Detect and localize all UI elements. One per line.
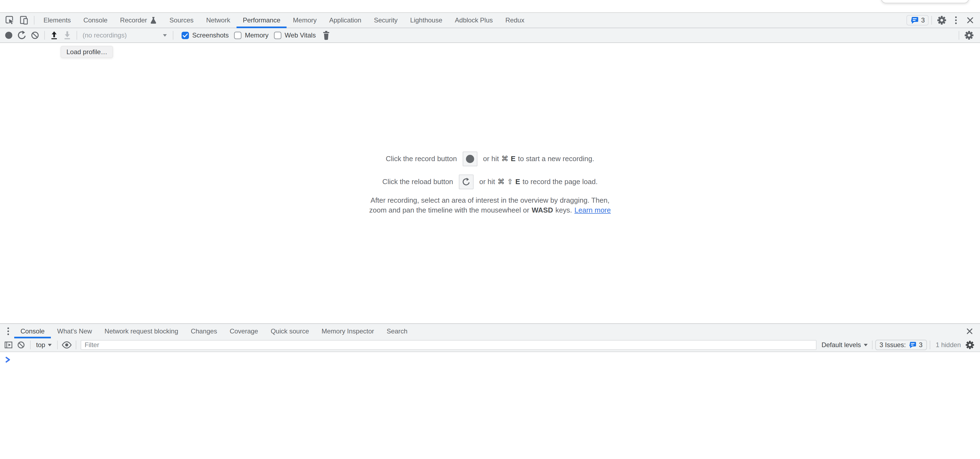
eye-icon	[62, 341, 72, 349]
create-live-expression-button[interactable]	[60, 338, 73, 352]
device-toolbar-button[interactable]	[17, 13, 31, 27]
divider	[57, 341, 58, 349]
drawer-menu-button[interactable]	[2, 324, 14, 338]
divider	[34, 16, 35, 25]
record-icon	[5, 32, 12, 39]
chevron-down-icon	[163, 34, 167, 37]
tab-sources[interactable]: Sources	[163, 13, 200, 28]
tab-network[interactable]: Network	[200, 13, 237, 28]
divider	[930, 341, 930, 349]
clear-recording-button[interactable]	[29, 29, 41, 42]
log-levels-selector[interactable]: Default levels	[821, 341, 867, 349]
record-button-illustration	[463, 151, 477, 166]
cmd-key: ⌘	[497, 177, 504, 186]
load-profile-button[interactable]	[48, 29, 61, 42]
gear-icon	[936, 15, 947, 26]
download-icon	[62, 30, 72, 40]
screenshots-checkbox-group[interactable]: Screenshots	[181, 32, 229, 39]
issues-bubble-icon	[910, 16, 918, 24]
log-levels-value: Default levels	[821, 341, 861, 349]
drawer-tab-coverage[interactable]: Coverage	[223, 324, 264, 338]
console-sidebar-toggle[interactable]	[2, 338, 15, 352]
drawer-tab-memory-inspector[interactable]: Memory Inspector	[315, 324, 380, 338]
tab-redux[interactable]: Redux	[499, 13, 530, 28]
trash-icon	[321, 30, 331, 40]
learn-more-link[interactable]: Learn more	[574, 205, 611, 215]
e-key: E	[511, 155, 515, 163]
tab-performance[interactable]: Performance	[237, 13, 286, 28]
more-options-button[interactable]	[949, 13, 963, 27]
tab-recorder[interactable]: Recorder	[114, 13, 163, 28]
drawer-tab-network-request-blocking[interactable]: Network request blocking	[98, 324, 184, 338]
reload-icon	[17, 30, 27, 40]
drawer-tab-search[interactable]: Search	[380, 324, 414, 338]
divider	[931, 16, 932, 25]
kebab-icon	[955, 16, 957, 24]
recordings-select[interactable]: (no recordings)	[80, 30, 170, 41]
tooltip-label: Load profile…	[67, 48, 107, 56]
reload-button-illustration	[459, 175, 474, 189]
drawer-tab-quick-source[interactable]: Quick source	[264, 324, 315, 338]
e-key: E	[515, 177, 520, 186]
tab-adblock-plus[interactable]: Adblock Plus	[449, 13, 499, 28]
panel-toggle-icon	[3, 340, 13, 350]
hint-text-1: After recording, select an area of inter…	[371, 195, 609, 205]
console-prompt[interactable]	[5, 356, 980, 364]
issues-badge[interactable]: 3	[907, 15, 929, 26]
tab-security[interactable]: Security	[368, 13, 404, 28]
console-messages-area[interactable]	[0, 356, 980, 459]
hidden-messages-count: 1 hidden	[936, 341, 961, 349]
reload-icon	[461, 177, 471, 186]
hint-text-3: keys.	[555, 205, 572, 215]
divider	[959, 31, 959, 40]
drawer-tab-changes[interactable]: Changes	[185, 324, 223, 338]
web-vitals-checkbox-group[interactable]: Web Vitals	[274, 32, 316, 39]
save-profile-button[interactable]	[61, 29, 74, 42]
inspect-element-button[interactable]	[3, 13, 17, 27]
issues-button[interactable]: 3 Issues: 3	[875, 340, 927, 350]
capture-settings-button[interactable]	[962, 29, 976, 42]
console-toolbar: top Default levels 3 Issues: 3	[0, 338, 980, 352]
tab-console[interactable]: Console	[77, 13, 114, 28]
checkmark-icon	[183, 33, 188, 37]
issues-button-count: 3	[919, 341, 923, 349]
web-vitals-label: Web Vitals	[285, 32, 316, 39]
drawer-tab-console[interactable]: Console	[14, 324, 51, 338]
experiment-flask-icon	[150, 16, 157, 24]
reload-line-mid: or hit	[479, 177, 495, 186]
block-icon	[30, 30, 40, 40]
inspect-cursor-icon	[5, 15, 15, 26]
kebab-icon	[7, 327, 9, 335]
clear-console-button[interactable]	[15, 338, 27, 352]
tab-memory[interactable]: Memory	[286, 13, 323, 28]
tab-elements[interactable]: Elements	[37, 13, 77, 28]
hint-line-1: After recording, select an area of inter…	[371, 195, 609, 205]
context-selector-value: top	[36, 341, 45, 349]
memory-checkbox-group[interactable]: Memory	[234, 32, 269, 39]
issues-bubble-icon	[908, 341, 916, 349]
record-and-reload-button[interactable]	[15, 29, 29, 42]
console-settings-button[interactable]	[964, 338, 976, 352]
close-devtools-button[interactable]	[963, 13, 977, 27]
web-vitals-checkbox[interactable]	[274, 32, 282, 39]
performance-toolbar: (no recordings) Screenshots Memory Web V…	[0, 28, 980, 43]
drawer-tab-whats-new[interactable]: What's New	[51, 324, 98, 338]
close-icon	[965, 327, 974, 336]
load-profile-tooltip: Load profile…	[61, 46, 113, 58]
upload-icon	[49, 30, 59, 40]
tab-lighthouse[interactable]: Lighthouse	[404, 13, 449, 28]
record-button[interactable]	[2, 29, 15, 42]
screenshots-checkbox[interactable]	[181, 32, 189, 39]
tab-application[interactable]: Application	[323, 13, 368, 28]
settings-button[interactable]	[935, 13, 949, 27]
console-filter-input[interactable]	[81, 340, 816, 350]
close-icon	[966, 16, 975, 25]
issues-button-label: 3 Issues:	[880, 341, 906, 349]
performance-empty-state: Click the record button or hit ⌘ E to st…	[0, 43, 980, 324]
memory-checkbox[interactable]	[234, 32, 242, 39]
record-line-pre: Click the record button	[386, 155, 457, 163]
close-drawer-button[interactable]	[963, 324, 977, 338]
collect-garbage-button[interactable]	[320, 29, 333, 42]
context-selector[interactable]: top	[33, 341, 54, 349]
chevron-down-icon	[48, 344, 52, 346]
